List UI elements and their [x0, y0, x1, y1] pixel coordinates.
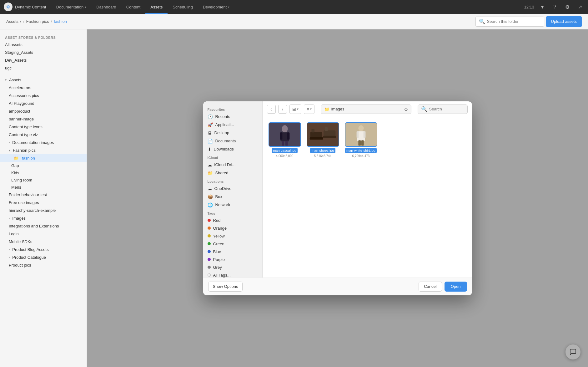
help-icon[interactable]: ? [550, 3, 559, 11]
nav-tab-documentation[interactable]: Documentation ▾ [51, 0, 91, 14]
dialog-nav-tag-green[interactable]: Green [203, 240, 262, 248]
app-logo: Dynamic Content [4, 3, 46, 11]
purple-dot [208, 258, 211, 261]
logo-icon [4, 3, 13, 11]
breadcrumb-fashion-pics[interactable]: Fashion pics [26, 19, 49, 24]
file-dims: 5,616×3,744 [314, 154, 332, 158]
breadcrumb-bar: Assets ▾ / Fashion pics / fashion 🔍 Uplo… [0, 14, 588, 29]
sidebar-item-images[interactable]: › Images [0, 214, 87, 222]
sidebar-item-ampproduct[interactable]: ampproduct [0, 107, 87, 115]
svg-rect-12 [323, 130, 335, 136]
sidebar-sub-kids[interactable]: Kids [0, 169, 87, 176]
chevron-right-icon: › [9, 141, 10, 144]
sidebar-item-content-icons[interactable]: Content type icons [0, 123, 87, 131]
sidebar-sub-mens[interactable]: Mens [0, 184, 87, 191]
sidebar-item-banner[interactable]: banner-image [0, 115, 87, 123]
svg-point-17 [358, 125, 364, 131]
dialog-nav-all-tags[interactable]: All Tags... [203, 271, 262, 278]
sidebar-item-content-viz[interactable]: Content type viz [0, 131, 87, 139]
dialog-footer: Show Options Cancel Open [203, 278, 472, 295]
sidebar-item-product-blog[interactable]: › Product Blog Assets [0, 246, 87, 253]
dialog-search-input[interactable] [429, 107, 464, 111]
search-bar[interactable]: 🔍 [475, 17, 544, 27]
sidebar-item-accessories[interactable]: Accessories pics [0, 92, 87, 99]
sidebar-item-hierarchy[interactable]: hierarchy-search-example [0, 206, 87, 214]
file-thumbnail [269, 122, 301, 147]
grey-dot [208, 266, 211, 269]
top-nav: Dynamic Content Documentation ▾ Dashboar… [0, 0, 588, 14]
nav-tab-assets[interactable]: Assets [145, 0, 168, 14]
dialog-nav-tag-orange[interactable]: Orange [203, 224, 262, 232]
upload-assets-button[interactable]: Upload assets [546, 16, 582, 27]
sidebar-item-login[interactable]: Login [0, 230, 87, 238]
dialog-main: ‹ › ⊞ ▾ ≡ ▾ [263, 101, 472, 278]
onedrive-icon: ☁ [208, 186, 212, 191]
svg-rect-7 [282, 141, 284, 145]
sidebar-item-accelerators[interactable]: Accelerators [0, 84, 87, 92]
sidebar-item-free-images[interactable]: Free use images [0, 199, 87, 206]
sidebar-item-docs[interactable]: › Documentation images [0, 139, 87, 146]
sidebar-item-product-pics[interactable]: Product pics [0, 261, 87, 269]
dialog-nav-documents[interactable]: 📄 Documents [203, 137, 262, 145]
dialog-nav-tag-blue[interactable]: Blue [203, 248, 262, 256]
dialog-nav-onedrive[interactable]: ☁ OneDrive [203, 185, 262, 193]
dialog-nav-recents[interactable]: 🕐 Recents [203, 113, 262, 121]
dialog-nav-icloud-drive[interactable]: ☁ iCloud Dri... [203, 161, 262, 169]
nav-tab-dashboard[interactable]: Dashboard [91, 0, 121, 14]
nav-tab-scheduling[interactable]: Scheduling [168, 0, 198, 14]
chevron-down-icon: ▾ [228, 5, 229, 9]
search-input[interactable] [487, 19, 541, 24]
sidebar-item-folder-behaviour[interactable]: Folder behaviour test [0, 191, 87, 199]
chevron-down-icon: ▾ [310, 107, 312, 111]
location-text: images [331, 107, 402, 111]
dialog-nav-downloads[interactable]: ⬇ Downloads [203, 145, 262, 153]
recents-icon: 🕐 [208, 114, 213, 119]
nav-tab-content[interactable]: Content [121, 0, 146, 14]
dialog-nav-tag-yellow[interactable]: Yellow [203, 232, 262, 240]
dialog-nav-desktop[interactable]: 🖥 Desktop [203, 129, 262, 137]
applications-icon: 🚀 [208, 122, 213, 127]
sort-button[interactable]: ≡ ▾ [304, 105, 314, 114]
file-thumbnail [307, 122, 339, 147]
dialog-nav-tag-purple[interactable]: Purple [203, 256, 262, 263]
nav-chevron-btn[interactable]: ▾ [538, 3, 547, 11]
dialog-nav-tag-grey[interactable]: Grey [203, 263, 262, 271]
file-item-man-white[interactable]: man-white-shirt.jpg 6,709×4,473 [344, 122, 378, 158]
breadcrumb-assets[interactable]: Assets ▾ [6, 19, 21, 24]
nav-tab-development[interactable]: Development ▾ [198, 0, 235, 14]
sidebar-item-fashion-pics[interactable]: ▾ Fashion pics [0, 146, 87, 154]
dialog-nav-network[interactable]: 🌐 Network [203, 201, 262, 209]
sidebar-item-ugc[interactable]: ugc [0, 64, 87, 72]
dialog-search-bar[interactable]: 🔍 [418, 104, 468, 114]
sidebar-item-assets-section[interactable]: ▾ Assets [0, 76, 87, 84]
settings-icon[interactable]: ⚙ [563, 3, 572, 11]
user-icon[interactable]: ↗ [575, 3, 584, 11]
sidebar-sub-gap[interactable]: Gap [0, 162, 87, 169]
open-button[interactable]: Open [445, 282, 467, 292]
forward-button[interactable]: › [278, 105, 287, 114]
sidebar-item-fashion[interactable]: 📁 fashion [0, 154, 87, 162]
dialog-nav-shared[interactable]: 📁 Shared [203, 169, 262, 177]
dialog-nav-box[interactable]: 📦 Box [203, 193, 262, 201]
sidebar-sub-livingroom[interactable]: Living room [0, 176, 87, 184]
back-button[interactable]: ‹ [267, 105, 276, 114]
svg-rect-22 [361, 140, 364, 145]
cancel-button[interactable]: Cancel [419, 282, 442, 292]
sidebar-item-all-assets[interactable]: All assets [0, 41, 87, 48]
nav-tabs: Documentation ▾ Dashboard Content Assets… [51, 0, 524, 14]
show-options-button[interactable]: Show Options [208, 282, 243, 292]
file-picker-dialog: Favourites 🕐 Recents 🚀 Applicati... 🖥 De… [203, 101, 472, 295]
sidebar-item-ai-playground[interactable]: AI Playground [0, 99, 87, 107]
sidebar-section-title: Asset stores & folders [0, 33, 87, 41]
file-item-man-casual[interactable]: man-casual.jpg 4,000×6,000 [268, 122, 302, 158]
dialog-nav-applications[interactable]: 🚀 Applicati... [203, 121, 262, 129]
grid-view-button[interactable]: ⊞ ▾ [290, 105, 301, 114]
sidebar-item-product-catalogue[interactable]: › Product Catalogue [0, 253, 87, 261]
sidebar-item-mobile[interactable]: Mobile SDKs [0, 238, 87, 246]
sidebar-item-staging[interactable]: Staging_Assets [0, 48, 87, 56]
file-item-man-shoes[interactable]: man-shoes.jpg 5,616×3,744 [306, 122, 340, 158]
sidebar-item-integrations[interactable]: Integrations and Extensions [0, 222, 87, 230]
location-dropdown-icon[interactable]: ⊙ [404, 107, 408, 112]
dialog-nav-tag-red[interactable]: Red [203, 217, 262, 224]
sidebar-item-dev[interactable]: Dev_Assets [0, 56, 87, 64]
